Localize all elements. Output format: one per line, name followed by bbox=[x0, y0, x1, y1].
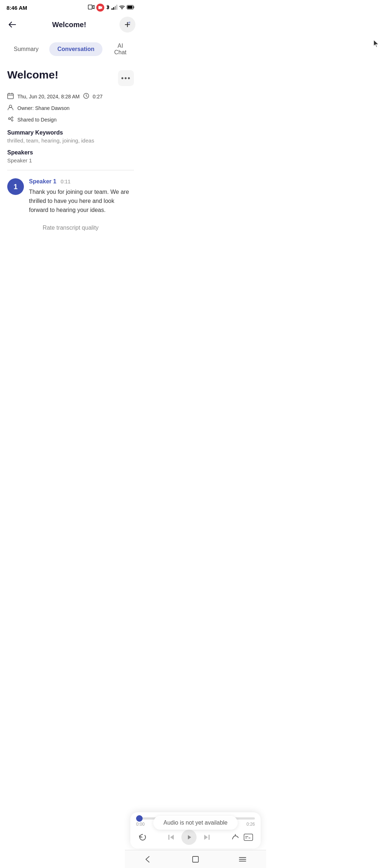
speaker-entry: 1 Speaker 1 0:11 Thank you for joining o… bbox=[7, 177, 134, 220]
svg-rect-0 bbox=[88, 5, 92, 9]
svg-rect-1 bbox=[98, 6, 101, 9]
battery-icon bbox=[127, 5, 135, 10]
back-button[interactable] bbox=[6, 18, 19, 31]
date-row: Thu, Jun 20, 2024, 8:28 AM 0:27 bbox=[7, 93, 134, 101]
status-bar: 8:46 AM bbox=[0, 0, 141, 14]
status-icons bbox=[88, 4, 135, 12]
speaker-avatar: 1 bbox=[7, 178, 24, 195]
meeting-title-row: Welcome! ••• bbox=[7, 69, 134, 86]
summary-keywords-label: Summary Keywords bbox=[7, 129, 134, 136]
tab-ai-chat[interactable]: AI Chat bbox=[105, 39, 135, 59]
recording-indicator bbox=[96, 4, 104, 12]
rate-transcript-text: Rate transcript quality bbox=[7, 220, 134, 234]
bluetooth-icon bbox=[106, 4, 110, 11]
svg-point-13 bbox=[9, 118, 10, 120]
header-title: Welcome! bbox=[52, 21, 86, 29]
summary-keywords: thrilled, team, hearing, joining, ideas bbox=[7, 137, 134, 144]
svg-rect-4 bbox=[115, 6, 116, 10]
clock-icon bbox=[83, 93, 89, 100]
svg-rect-8 bbox=[127, 6, 133, 9]
video-icon bbox=[88, 5, 94, 10]
meeting-title: Welcome! bbox=[7, 69, 58, 81]
speaker-name-row: Speaker 1 0:11 bbox=[29, 178, 134, 185]
main-content: Welcome! ••• Thu, Jun 20, 2024, 8:28 AM … bbox=[0, 63, 141, 240]
svg-point-15 bbox=[12, 120, 13, 121]
tab-bar: Summary Conversation AI Chat bbox=[0, 37, 141, 63]
speaker-info: Speaker 1 0:11 Thank you for joining our… bbox=[29, 178, 134, 214]
content-divider bbox=[7, 170, 134, 170]
svg-rect-5 bbox=[117, 5, 118, 10]
meeting-duration: 0:27 bbox=[93, 94, 102, 99]
svg-rect-2 bbox=[112, 8, 113, 10]
more-options-icon: ••• bbox=[121, 74, 131, 82]
status-time: 8:46 AM bbox=[7, 5, 27, 11]
svg-point-6 bbox=[122, 9, 122, 9]
signal-icon bbox=[112, 5, 117, 11]
more-options-button[interactable]: ••• bbox=[118, 70, 134, 86]
svg-point-14 bbox=[12, 117, 13, 118]
meeting-date: Thu, Jun 20, 2024, 8:28 AM bbox=[17, 94, 80, 99]
speaker-text: Thank you for joining our team. We are t… bbox=[29, 188, 134, 214]
speakers-label: Speakers bbox=[7, 149, 134, 156]
calendar-icon bbox=[7, 93, 14, 101]
meeting-owner: Owner: Shane Dawson bbox=[17, 105, 70, 111]
tab-summary[interactable]: Summary bbox=[6, 42, 46, 56]
speaker-timestamp: 0:11 bbox=[61, 179, 71, 184]
meeting-shared: Shared to Design bbox=[17, 117, 56, 123]
add-button[interactable] bbox=[119, 17, 135, 33]
svg-rect-10 bbox=[8, 94, 13, 99]
shared-row: Shared to Design bbox=[7, 116, 134, 124]
owner-row: Owner: Shane Dawson bbox=[7, 104, 134, 112]
shared-icon bbox=[7, 116, 14, 124]
speakers-list: Speaker 1 bbox=[7, 157, 134, 163]
header: Welcome! bbox=[0, 14, 141, 37]
tab-conversation[interactable]: Conversation bbox=[49, 42, 102, 56]
owner-icon bbox=[7, 104, 14, 112]
speaker-name: Speaker 1 bbox=[29, 178, 56, 185]
wifi-icon bbox=[119, 5, 125, 10]
svg-rect-3 bbox=[113, 7, 114, 10]
